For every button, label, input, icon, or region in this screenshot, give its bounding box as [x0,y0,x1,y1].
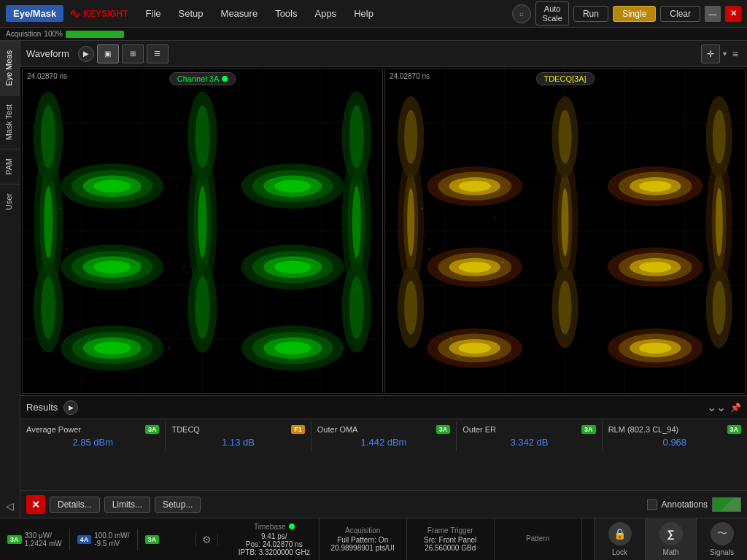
acquisition-line1: Full Pattern: On [328,536,398,544]
svg-point-116 [558,281,571,335]
svg-point-52 [41,105,55,168]
pattern-title: Pattern [526,534,549,542]
ch3a-badge: 3A [7,535,22,544]
svg-point-129 [450,338,452,341]
sidebar-tab-eye-meas[interactable]: Eye Meas [0,41,20,95]
waveform-label: Waveform [26,48,69,59]
close-x-button[interactable]: ✕ [26,495,45,514]
limits-button[interactable]: Limits... [104,497,150,513]
status-bar: 3A 330 μW/ 1.2424 mW 4A 100.0 mW/ -9.5 m… [0,518,747,560]
metric-outer-er: Outer ER 3A 3.342 dB [457,422,602,451]
svg-point-68 [183,265,185,268]
svg-point-124 [713,110,726,164]
menu-help[interactable]: Help [348,5,379,22]
details-button[interactable]: Details... [50,497,100,513]
results-panel: Results ▶ ⌄⌄ 📌 Average Power 3A 2.85 dBm [20,395,747,490]
sidebar-tab-mask-test[interactable]: Mask Test [0,95,20,149]
metric-outer-oma-name: Outer OMA [317,425,358,434]
menu-measure[interactable]: Measure [215,5,264,22]
svg-point-60 [80,194,82,195]
autoscale-button[interactable]: AutoScale [535,1,569,25]
toolbar-menu-dots[interactable]: ≡ [729,48,741,60]
status-right: 🔒 Lock ∑ Math 〜 Signals [594,518,747,560]
svg-point-130 [458,356,460,357]
results-expand-icon[interactable]: ⌄⌄ [707,400,726,414]
metric-rlm: RLM (802.3 CL_94) 3A 0.968 [603,422,747,451]
channel-4a-indicator: 4A 100.0 mW/ -9.5 mV [70,529,138,551]
brand-logo: ∿ KEYSIGHT [69,6,128,22]
menu-tools[interactable]: Tools [269,5,303,22]
svg-point-114 [404,281,417,335]
lock-button[interactable]: 🔒 Lock [594,518,645,561]
acquisition-fill [66,31,124,38]
results-metrics: Average Power 3A 2.85 dBm TDECQ F1 1.13 … [20,419,747,454]
setup-button[interactable]: Setup... [155,497,201,513]
acquisition-line2: 20.98998901 pts/UI [328,544,398,552]
single-button[interactable]: Single [613,6,656,22]
svg-point-14 [94,342,131,354]
channel-3a-text: Channel 3A [177,74,220,83]
svg-point-57 [58,207,61,210]
yellow-channel-label: TDECQ[3A] [535,72,594,85]
math-icon: ∑ [659,522,683,545]
green-timestamp: 24.02870 ns [27,72,67,80]
metric-tdecq-badge: F1 [291,425,305,434]
svg-point-112 [716,188,723,257]
svg-point-132 [501,261,503,264]
results-pin-icon[interactable]: 📌 [730,402,741,413]
menu-setup[interactable]: Setup [173,5,209,22]
channel-3a-indicator: 3A 330 μW/ 1.2424 mW [0,529,70,551]
close-button[interactable]: ✕ [725,6,741,22]
waveform-play-button[interactable]: ▶ [78,46,94,62]
crosshair-button[interactable]: ✛ [701,44,720,63]
sidebar-tab-user[interactable]: User [0,184,20,219]
metric-outer-er-value: 3.342 dB [462,437,595,448]
svg-point-133 [509,271,511,272]
tdecq-3a-text: TDECQ[3A] [543,74,586,83]
svg-point-122 [558,110,571,164]
clear-button[interactable]: Clear [660,6,700,22]
ch4a-values: 100.0 mW/ -9.5 mV [94,532,129,548]
view-grid-button[interactable]: ⊞ [122,44,144,63]
waveform-toolbar: Waveform ▶ ▣ ⊞ ☰ ✛ ▾ ≡ [20,41,747,67]
settings-cog[interactable]: ⚙ [196,534,218,545]
svg-point-99 [459,181,491,192]
toolbar-dropdown-arrow[interactable]: ▾ [723,50,727,58]
menu-apps[interactable]: Apps [309,5,342,22]
view-list-button[interactable]: ☰ [147,44,169,63]
signals-icon: 〜 [711,522,734,545]
svg-point-38 [44,186,53,258]
annotations-color-swatch[interactable] [712,497,741,512]
logo-button[interactable]: Eye/Mask [6,5,63,22]
run-button[interactable]: Run [573,6,608,22]
signals-button[interactable]: 〜 Signals [696,518,747,561]
svg-point-46 [41,276,55,339]
metric-rlm-value: 0.968 [608,437,741,448]
status-middle: Timebase 9.41 ps/ Pos: 24.02870 ns IPTB:… [218,518,594,560]
svg-point-44 [352,186,361,258]
search-button[interactable]: ⌕ [512,4,531,23]
svg-point-41 [198,186,206,258]
math-button[interactable]: ∑ Math [645,518,696,561]
timebase-line1: 9.41 ps/ [239,532,310,540]
svg-point-128 [443,194,444,195]
view-single-button[interactable]: ▣ [97,44,119,63]
svg-point-50 [349,276,364,339]
svg-point-67 [176,185,177,187]
timebase-line2: Pos: 24.02870 ns [239,540,310,548]
sidebar-tab-pam[interactable]: PAM [0,149,20,184]
svg-point-61 [88,338,90,341]
minimize-button[interactable]: — [705,6,721,22]
diagrams-area: 24.02870 ns Channel 3A [20,67,747,395]
menu-file[interactable]: File [140,5,167,22]
metric-avg-power-badge: 3A [145,425,160,434]
results-play-button[interactable]: ▶ [63,400,78,415]
green-channel-label: Channel 3A [169,72,236,85]
pattern-section: Pattern [495,518,582,560]
annotations-checkbox[interactable] [647,499,657,510]
metric-avg-power-name: Average Power [26,425,81,434]
metric-tdecq: TDECQ F1 1.13 dB [166,422,311,451]
results-header: Results ▶ ⌄⌄ 📌 [20,396,747,419]
sidebar-collapse-arrow[interactable]: ◁ [0,494,20,518]
yellow-eye-panel: 24.02870 ns TDECQ[3A] [384,69,746,394]
